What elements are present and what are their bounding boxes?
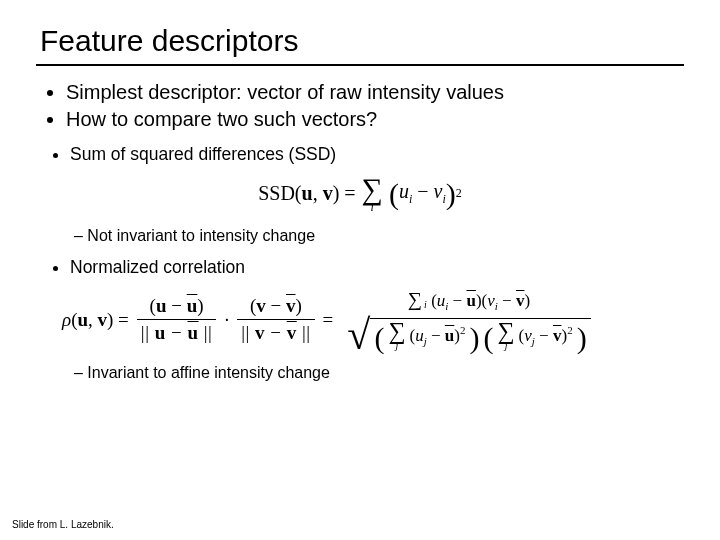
sigma-icon: ∑i	[408, 288, 427, 311]
sub-bullet-norm: Normalized correlation	[70, 257, 684, 278]
note-ssd: Not invariant to intensity change	[74, 227, 684, 245]
slide-credit: Slide from L. Lazebnik.	[12, 519, 114, 530]
sub-bullet-list: Sum of squared differences (SSD)	[36, 144, 684, 165]
note-list-1: Not invariant to intensity change	[36, 227, 684, 245]
bullet-1: Simplest descriptor: vector of raw inten…	[66, 80, 684, 105]
note-list-2: Invariant to affine intensity change	[36, 364, 684, 382]
bullet-list: Simplest descriptor: vector of raw inten…	[36, 80, 684, 132]
sum-index: i	[371, 202, 374, 213]
sqrt-icon: √ ( ∑j (uj − u)2 ) ( ∑j (vj − v)2 )	[347, 318, 590, 350]
sigma-icon: ∑j	[497, 321, 514, 350]
eq-ssd-lhs: SSD	[258, 182, 295, 204]
sigma-icon: ∑j	[388, 321, 405, 350]
bullet-2: How to compare two such vectors?	[66, 107, 684, 132]
title-underline	[36, 64, 684, 66]
equation-ssd: SSD(u, v) = ∑ i ( ui − vi )2	[36, 175, 684, 213]
eq-vec-v: v	[323, 182, 333, 204]
slide-title: Feature descriptors	[40, 24, 684, 58]
sub-bullet-ssd: Sum of squared differences (SSD)	[70, 144, 684, 165]
eq-vec-u: u	[302, 182, 313, 204]
frac-expanded: ∑i (ui − u)(vi − v) √ ( ∑j (uj − u)2 ) (…	[341, 286, 596, 354]
slide: Feature descriptors Simplest descriptor:…	[0, 0, 720, 540]
sigma-icon: ∑ i	[362, 175, 383, 213]
frac-u: (u − u) || u − u ||	[137, 294, 217, 345]
equation-normcorr: ρ(u, v) = (u − u) || u − u || · (v − v) …	[62, 286, 684, 354]
note-normcorr: Invariant to affine intensity change	[74, 364, 684, 382]
frac-v: (v − v) || v − v ||	[237, 294, 314, 345]
sub-bullet-list-2: Normalized correlation	[36, 257, 684, 278]
rho-symbol: ρ	[62, 309, 71, 330]
